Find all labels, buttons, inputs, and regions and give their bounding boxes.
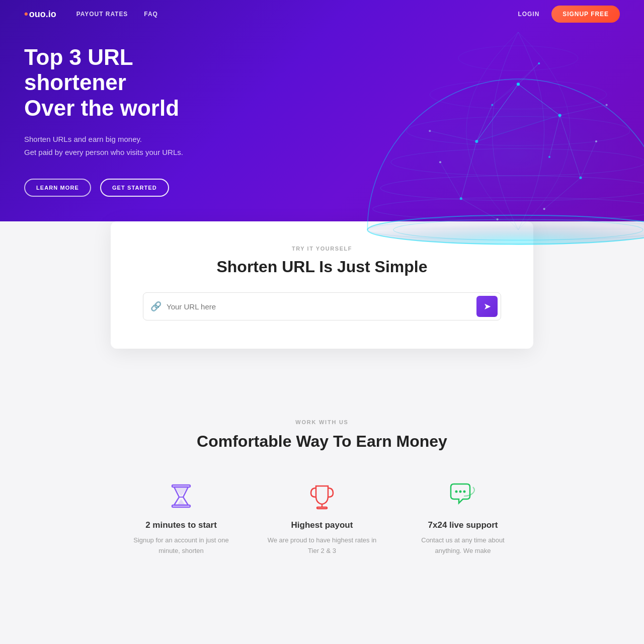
link-icon: 🔗 [150,301,162,312]
svg-point-46 [459,491,462,493]
feature-minutes-to-start: 2 minutes to start Signup for an account… [126,481,236,556]
nav-links: PAYOUT RATES FAQ [76,11,518,18]
logo-dot: • [24,8,28,21]
features-grid: 2 minutes to start Signup for an account… [24,481,620,556]
nav-payout-rates[interactable]: PAYOUT RATES [76,11,128,18]
svg-point-14 [439,161,441,163]
hero-title-line1: Top 3 URL shortener [24,45,133,95]
svg-point-22 [606,104,608,106]
hourglass-icon [166,481,196,511]
logo-text: ouo.io [29,9,56,20]
navbar-right: LOGIN SIGNUP FREE [518,6,620,23]
signup-button[interactable]: SIGNUP FREE [551,6,620,23]
feature-live-support: 7x24 live support Contact us at any time… [408,481,518,556]
shorten-title: Shorten URL Is Just Simple [143,258,501,276]
navbar: • ouo.io PAYOUT RATES FAQ LOGIN SIGNUP F… [0,0,644,28]
shorten-submit-button[interactable]: ➤ [476,296,498,317]
svg-rect-44 [317,507,327,509]
features-label: WORK WITH US [24,419,620,425]
feature-payout-desc: We are proud to have highest rates in Ti… [267,535,377,556]
shorten-form: 🔗 ➤ [143,292,501,320]
send-icon: ➤ [484,301,491,312]
feature-highest-payout: Highest payout We are proud to have high… [267,481,377,556]
feature-support-desc: Contact us at any time about anything. W… [408,535,518,556]
hero-content: Top 3 URL shortener Over the world Short… [24,45,235,197]
svg-point-47 [463,491,466,493]
feature-support-name: 7x24 live support [408,520,518,530]
hero-title-line2: Over the world [24,96,179,120]
hero-section: Top 3 URL shortener Over the world Short… [0,0,644,252]
globe-illustration [362,0,644,252]
hero-subtitle: Shorten URLs and earn big money. Get pai… [24,133,235,158]
chat-icon [448,481,478,511]
trophy-icon [307,481,337,511]
features-title: Comfortable Way To Earn Money [24,432,620,451]
nav-faq[interactable]: FAQ [144,11,158,18]
hero-buttons: LEARN MORE GET STARTED [24,179,235,197]
feature-minutes-desc: Signup for an account in just one minute… [126,535,236,556]
logo[interactable]: • ouo.io [24,8,56,21]
feature-payout-name: Highest payout [267,520,377,530]
svg-point-45 [455,491,458,493]
features-section: WORK WITH US Comfortable Way To Earn Mon… [0,369,644,587]
svg-point-8 [458,46,578,71]
hero-title: Top 3 URL shortener Over the world [24,45,235,121]
feature-minutes-name: 2 minutes to start [126,520,236,530]
hero-subtitle-line1: Shorten URLs and earn big money. [24,135,142,143]
url-input[interactable] [167,302,476,311]
learn-more-button[interactable]: LEARN MORE [24,179,91,197]
get-started-button[interactable]: GET STARTED [100,179,169,197]
login-button[interactable]: LOGIN [518,11,539,18]
hero-subtitle-line2: Get paid by every person who visits your… [24,148,183,156]
